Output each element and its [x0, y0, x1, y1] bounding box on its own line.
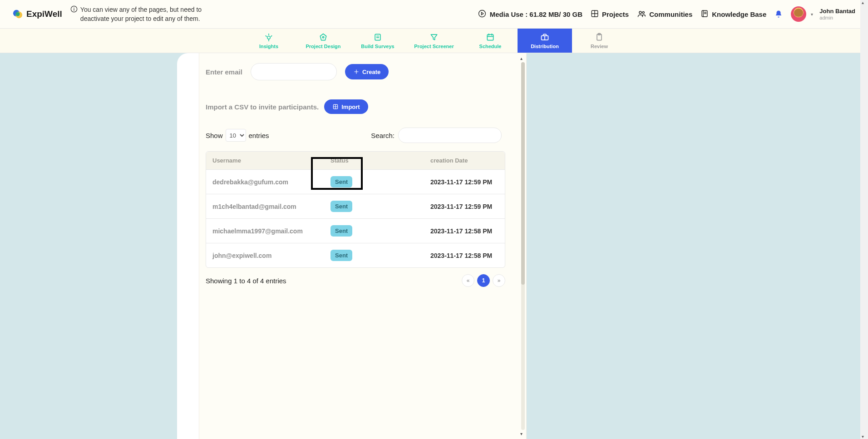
nav-knowledge-base[interactable]: Knowledge Base: [700, 10, 766, 19]
grid-icon: [591, 10, 599, 19]
tab-schedule-label: Schedule: [479, 44, 502, 49]
status-badge: Sent: [330, 250, 352, 261]
nav-kb-label: Knowledge Base: [712, 10, 766, 18]
tab-project-screener-label: Project Screener: [414, 44, 454, 49]
page-prev-button[interactable]: «: [462, 274, 474, 287]
entries-label: entries: [249, 132, 269, 139]
table-row: m1ch4elbantad@gmail.com Sent 2023-11-17 …: [206, 194, 505, 219]
svg-point-6: [478, 10, 485, 17]
card-inner: Enter email Create Import a CSV to invit…: [199, 53, 527, 439]
cell-date: 2023-11-17 12:59 PM: [412, 178, 498, 186]
svg-point-5: [74, 7, 74, 8]
search-label: Search:: [371, 132, 395, 139]
tab-project-design[interactable]: Project Design: [296, 29, 350, 53]
svg-line-19: [271, 35, 272, 36]
search-wrap: Search:: [371, 128, 502, 143]
cell-date: 2023-11-17 12:58 PM: [412, 227, 498, 235]
tab-review-label: Review: [591, 44, 608, 49]
page-next-button[interactable]: »: [493, 274, 505, 287]
table-row: michaelmma1997@gmail.com Sent 2023-11-17…: [206, 219, 505, 243]
book-icon: [700, 10, 709, 19]
cell-date: 2023-11-17 12:59 PM: [412, 203, 498, 210]
cell-status: Sent: [330, 225, 412, 237]
scroll-thumb[interactable]: [521, 62, 525, 285]
cell-status: Sent: [330, 201, 412, 212]
enter-email-row: Enter email Create: [199, 53, 526, 80]
scroll-down-icon: ▾: [862, 434, 864, 439]
page-body: Enter email Create Import a CSV to invit…: [0, 53, 860, 439]
tab-distribution[interactable]: Distribution: [518, 29, 572, 53]
tab-build-surveys[interactable]: Build Surveys: [350, 29, 405, 53]
brand-logo[interactable]: ExpiWell: [13, 9, 62, 19]
project-tabs: Insights Project Design Build Surveys Pr…: [0, 29, 868, 53]
show-entries: Show 10 entries: [206, 129, 269, 142]
email-input[interactable]: [251, 63, 337, 80]
nav-communities[interactable]: Communities: [637, 9, 692, 20]
panel-scrollbar[interactable]: ▴ ▾: [519, 56, 526, 436]
info-banner-text: You can view any of the pages, but need …: [80, 5, 225, 24]
svg-point-11: [642, 11, 644, 13]
bell-icon: [774, 10, 783, 18]
media-use-label: Media Use : 61.82 MB/ 30 GB: [490, 10, 582, 18]
user-name: John Bantad: [819, 8, 855, 15]
cell-status: Sent: [330, 250, 412, 261]
import-button[interactable]: Import: [324, 99, 368, 114]
app-header: ExpiWell You can view any of the pages, …: [0, 0, 868, 29]
svg-rect-25: [487, 35, 493, 40]
nav-communities-label: Communities: [649, 10, 692, 18]
table-icon: [332, 104, 339, 110]
col-date[interactable]: creation Date: [412, 157, 498, 164]
participants-table: Username Status creation Date dedrebakka…: [206, 151, 505, 268]
showing-text: Showing 1 to 4 of 4 entries: [206, 277, 286, 285]
tab-project-design-label: Project Design: [306, 44, 340, 49]
info-icon: [70, 5, 78, 15]
cell-username: john@expiwell.com: [212, 252, 330, 259]
nav-projects-label: Projects: [602, 10, 629, 18]
users-icon: [637, 9, 646, 20]
distribution-card: Enter email Create Import a CSV to invit…: [177, 53, 527, 439]
cell-username: dedrebakka@gufum.com: [212, 178, 330, 186]
window-scrollbar[interactable]: ▴ ▾: [860, 0, 868, 439]
tab-insights[interactable]: Insights: [242, 29, 296, 53]
svg-point-16: [267, 36, 271, 39]
scroll-up-icon: ▴: [862, 0, 864, 5]
status-badge: Sent: [330, 201, 352, 212]
enter-email-label: Enter email: [206, 68, 242, 76]
info-banner: You can view any of the pages, but need …: [70, 5, 225, 24]
col-status[interactable]: Status: [330, 157, 412, 164]
nav-projects[interactable]: Projects: [591, 10, 629, 19]
scroll-up-icon: ▴: [520, 56, 523, 61]
cell-status: Sent: [330, 176, 412, 187]
svg-point-21: [322, 36, 324, 38]
notifications-button[interactable]: [774, 10, 783, 18]
show-label: Show: [206, 132, 223, 139]
tab-distribution-label: Distribution: [531, 44, 559, 49]
table-row: dedrebakka@gufum.com Sent 2023-11-17 12:…: [206, 170, 505, 194]
entries-select[interactable]: 10: [226, 129, 246, 142]
table-controls: Show 10 entries Search:: [199, 128, 526, 143]
tab-insights-label: Insights: [259, 44, 278, 49]
cell-username: michaelmma1997@gmail.com: [212, 227, 330, 235]
tab-review[interactable]: Review: [572, 29, 626, 53]
brand-name: ExpiWell: [26, 9, 62, 19]
svg-point-10: [639, 11, 641, 14]
status-badge: Sent: [330, 176, 352, 187]
cell-date: 2023-11-17 12:58 PM: [412, 252, 498, 259]
svg-line-18: [266, 35, 266, 36]
svg-point-2: [15, 12, 20, 16]
page-number-button[interactable]: 1: [477, 274, 490, 287]
tab-project-screener[interactable]: Project Screener: [405, 29, 463, 53]
table-row: john@expiwell.com Sent 2023-11-17 12:58 …: [206, 243, 505, 267]
create-button[interactable]: Create: [345, 64, 389, 79]
col-username[interactable]: Username: [212, 157, 330, 164]
search-input[interactable]: [398, 128, 502, 143]
chevron-down-icon: ▾: [811, 12, 813, 17]
play-icon: [478, 10, 486, 19]
table-footer: Showing 1 to 4 of 4 entries « 1 »: [206, 274, 505, 287]
plus-icon: [353, 69, 360, 75]
csv-label: Import a CSV to invite participants.: [206, 103, 319, 111]
user-menu[interactable]: ▾ John Bantad admin: [791, 6, 855, 22]
tab-schedule[interactable]: Schedule: [463, 29, 518, 53]
create-button-label: Create: [362, 69, 380, 75]
logo-icon: [13, 9, 23, 19]
